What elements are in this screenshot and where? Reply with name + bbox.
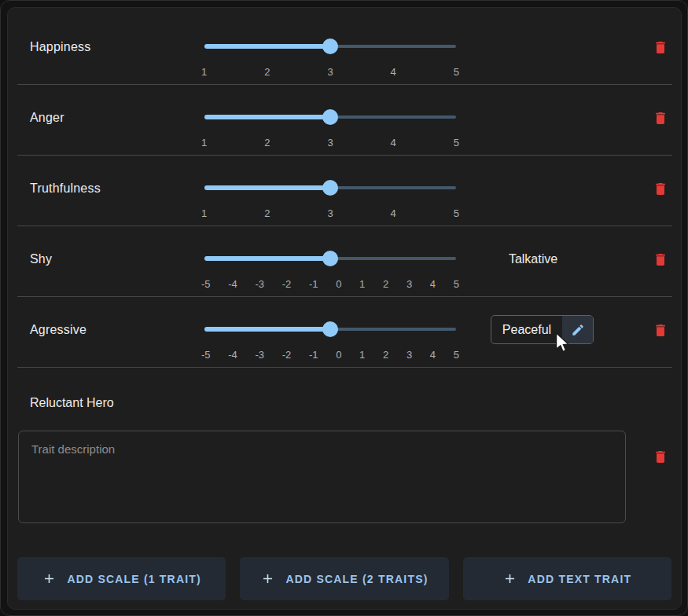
scale-row: Anger 1 2 3 4 5 xyxy=(8,85,681,156)
trait-slider[interactable] xyxy=(204,38,456,54)
slider-track-active[interactable] xyxy=(204,115,330,119)
add-scale-1-trait-button[interactable]: ADD SCALE (1 TRAIT) xyxy=(17,557,226,600)
trash-icon xyxy=(653,322,668,339)
tick-label: 4 xyxy=(391,66,396,78)
scale-row: Truthfulness 1 2 3 4 5 xyxy=(8,156,681,226)
slider-track-active[interactable] xyxy=(204,185,330,190)
tick-label: -3 xyxy=(255,349,264,361)
add-text-trait-label: ADD TEXT TRAIT xyxy=(528,573,631,585)
tick-label: 2 xyxy=(264,207,270,219)
trash-icon xyxy=(653,39,668,56)
trait-slider[interactable] xyxy=(204,109,456,125)
plus-icon xyxy=(42,571,57,586)
scale-row: Happiness 1 2 3 4 5 xyxy=(8,8,681,85)
delete-trait-button[interactable] xyxy=(645,442,676,471)
tick-label: -4 xyxy=(228,278,237,290)
tick-label: -2 xyxy=(282,349,292,361)
plus-icon xyxy=(502,571,517,586)
slider-ticks: -5 -4 -3 -2 -1 0 1 2 3 4 5 xyxy=(201,349,459,361)
tick-label: 4 xyxy=(391,207,396,219)
slider-track-active[interactable] xyxy=(204,256,330,261)
slider-ticks: 1 2 3 4 5 xyxy=(201,137,459,148)
tick-label: 3 xyxy=(327,66,333,78)
add-scale-2-traits-label: ADD SCALE (2 TRAITS) xyxy=(285,573,428,585)
tick-label: 1 xyxy=(359,349,365,361)
tick-label: 3 xyxy=(407,278,412,290)
trait-description-input[interactable] xyxy=(18,431,626,523)
tick-label: -5 xyxy=(201,278,211,290)
slider-thumb[interactable] xyxy=(322,180,338,196)
tick-label: -4 xyxy=(228,349,237,361)
trait-slider[interactable] xyxy=(204,251,456,266)
tick-label: 1 xyxy=(201,66,207,78)
slider-ticks: 1 2 3 4 5 xyxy=(201,207,459,219)
trait-slider[interactable] xyxy=(204,321,456,337)
right-trait-label: Peaceful xyxy=(491,316,562,343)
slider-ticks: 1 2 3 4 5 xyxy=(201,66,459,78)
tick-label: 5 xyxy=(454,349,459,361)
tick-label: 2 xyxy=(383,278,388,290)
scale-row: Agressive -5 -4 -3 -2 -1 0 1 2 3 4 5 Pea… xyxy=(8,297,681,368)
plus-icon xyxy=(260,571,275,586)
trash-icon xyxy=(653,251,668,268)
tick-label: 2 xyxy=(264,66,270,78)
edit-trait-button[interactable] xyxy=(562,316,593,343)
tick-label: 5 xyxy=(454,66,459,78)
tick-label: 5 xyxy=(454,207,459,219)
pencil-icon xyxy=(571,323,585,337)
slider-thumb[interactable] xyxy=(322,251,338,266)
tick-label: 1 xyxy=(201,137,207,148)
tick-label: 3 xyxy=(327,137,333,148)
tick-label: 3 xyxy=(407,349,412,361)
tick-label: 0 xyxy=(336,349,341,361)
scale-row: Shy -5 -4 -3 -2 -1 0 1 2 3 4 5 Talkative xyxy=(8,226,681,297)
tick-label: -3 xyxy=(255,278,264,290)
delete-trait-button[interactable] xyxy=(645,103,676,133)
right-trait-label: Talkative xyxy=(464,252,602,266)
text-trait-label: Reluctant Hero xyxy=(30,396,114,410)
tick-label: 5 xyxy=(454,278,459,290)
trait-label: Anger xyxy=(30,111,64,125)
delete-trait-button[interactable] xyxy=(645,244,676,274)
slider-track-active[interactable] xyxy=(204,44,330,49)
tick-label: 5 xyxy=(454,137,459,148)
trait-label: Agressive xyxy=(30,323,86,337)
right-trait-edit-box[interactable]: Peaceful xyxy=(491,315,594,344)
trait-label: Happiness xyxy=(30,40,90,54)
add-text-trait-button[interactable]: ADD TEXT TRAIT xyxy=(463,557,671,600)
tick-label: -1 xyxy=(309,278,318,290)
delete-trait-button[interactable] xyxy=(645,174,676,204)
slider-ticks: -5 -4 -3 -2 -1 0 1 2 3 4 5 xyxy=(201,278,459,290)
tick-label: -1 xyxy=(309,349,318,361)
tick-label: 4 xyxy=(430,349,436,361)
window-frame: Happiness 1 2 3 4 5 Anger 1 2 3 4 xyxy=(0,0,688,616)
trash-icon xyxy=(653,181,668,197)
slider-thumb[interactable] xyxy=(322,109,338,125)
delete-trait-button[interactable] xyxy=(645,315,676,345)
tick-label: -5 xyxy=(201,349,211,361)
tick-label: 4 xyxy=(391,137,396,148)
tick-label: 1 xyxy=(359,278,365,290)
trash-icon xyxy=(653,110,668,126)
tick-label: 2 xyxy=(264,137,270,148)
footer-actions: ADD SCALE (1 TRAIT) ADD SCALE (2 TRAITS)… xyxy=(17,557,671,600)
add-scale-1-trait-label: ADD SCALE (1 TRAIT) xyxy=(67,573,201,585)
slider-thumb[interactable] xyxy=(322,321,338,337)
tick-label: 0 xyxy=(336,278,341,290)
tick-label: -2 xyxy=(282,278,292,290)
tick-label: 4 xyxy=(430,278,436,290)
delete-trait-button[interactable] xyxy=(645,32,676,62)
tick-label: 2 xyxy=(383,349,388,361)
trait-slider[interactable] xyxy=(204,180,456,196)
tick-label: 3 xyxy=(327,207,333,219)
trash-icon xyxy=(653,449,668,465)
slider-thumb[interactable] xyxy=(322,38,338,54)
trait-label: Shy xyxy=(30,252,52,266)
tick-label: 1 xyxy=(201,207,207,219)
add-scale-2-traits-button[interactable]: ADD SCALE (2 TRAITS) xyxy=(240,557,448,600)
text-trait-row: Reluctant Hero xyxy=(8,368,681,558)
trait-label: Truthfulness xyxy=(30,182,101,196)
slider-track-active[interactable] xyxy=(204,327,330,332)
traits-panel: Happiness 1 2 3 4 5 Anger 1 2 3 4 xyxy=(7,7,682,610)
